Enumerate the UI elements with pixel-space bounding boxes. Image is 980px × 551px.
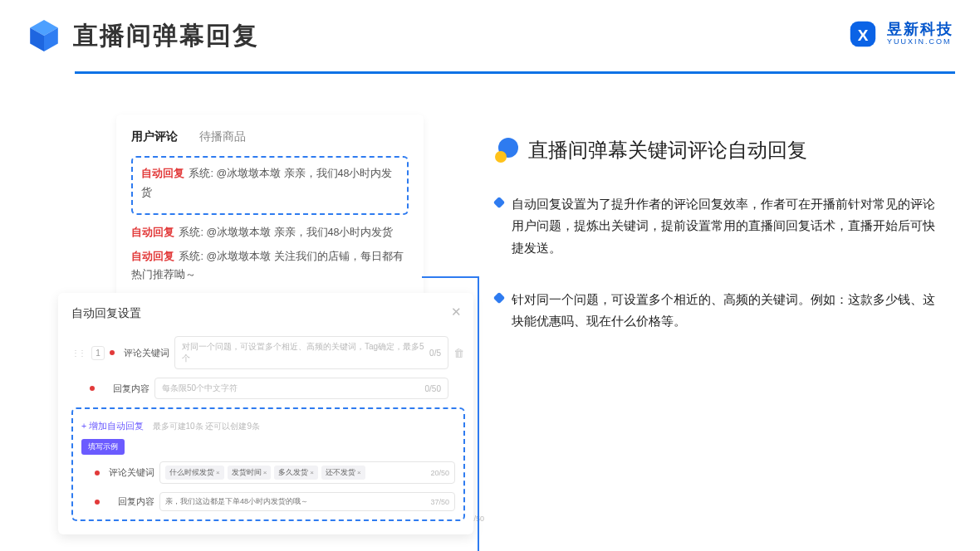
content-input[interactable]: 每条限50个中文字符 0/50 (154, 378, 448, 399)
brand-icon: X (847, 18, 879, 50)
bubble-icon (495, 138, 520, 163)
keyword-input[interactable]: 对同一个问题，可设置多个相近、高频的关键词，Tag确定，最多5个 0/5 (174, 336, 448, 369)
brand-name-cn: 昱新科技 (887, 22, 953, 38)
right-column: 直播间弹幕关键词评论自动回复 自动回复设置为了提升作者的评论回复效率，作者可在开… (495, 137, 940, 362)
ex-keyword-label: 评论关键词 (105, 466, 154, 479)
brand-name-en: YUUXIN.COM (887, 38, 953, 46)
auto-reply-tag: 自动回复 (141, 168, 184, 179)
add-note: 最多可建10条 还可以创建9条 (153, 422, 260, 431)
connector-line (478, 276, 479, 551)
ex-keyword-input[interactable]: 什么时候发货× 发货时间× 多久发货× 还不发货× 20/50 (159, 461, 455, 484)
ex-content-text: 亲，我们这边都是下单48小时内发货的哦～ (165, 496, 308, 507)
content-label: 回复内容 (100, 383, 149, 395)
required-dot-icon (90, 386, 95, 391)
highlighted-comment: 自动回复 系统: @冰墩墩本墩 亲亲，我们48小时内发货 (131, 156, 409, 215)
required-dot-icon (110, 350, 115, 355)
keyword-chip[interactable]: 发货时间× (228, 466, 272, 480)
example-pill: 填写示例 (81, 439, 125, 455)
diamond-icon (493, 197, 505, 208)
diamond-icon (493, 292, 505, 304)
add-auto-reply-link[interactable]: + 增加自动回复 (81, 421, 144, 432)
auto-reply-tag: 自动回复 (131, 227, 174, 238)
keyword-chip[interactable]: 什么时候发货× (165, 466, 224, 480)
tab-pending-goods[interactable]: 待播商品 (199, 129, 246, 144)
settings-card: 自动回复设置 ✕ ⋮⋮ 1 评论关键词 对同一个问题，可设置多个相近、高频的关键… (58, 293, 473, 534)
tab-user-comments[interactable]: 用户评论 (131, 129, 178, 144)
required-dot-icon (95, 500, 100, 505)
ex-content-input[interactable]: 亲，我们这边都是下单48小时内发货的哦～ 37/50 (159, 492, 455, 511)
required-dot-icon (95, 471, 100, 475)
settings-title: 自动回复设置 (71, 306, 465, 321)
trash-icon[interactable]: 🗑 (453, 347, 465, 359)
example-section: + 增加自动回复 最多可建10条 还可以创建9条 填写示例 评论关键词 什么时候… (71, 407, 465, 521)
mockup-group: 用户评论 待播商品 自动回复 系统: @冰墩墩本墩 亲亲，我们48小时内发货 自… (58, 106, 473, 521)
comment-text: 系统: @冰墩墩本墩 亲亲，我们48小时内发货 (179, 227, 393, 238)
header-divider (75, 71, 955, 74)
section-title: 直播间弹幕关键词评论自动回复 (528, 137, 807, 163)
connector-line (422, 276, 479, 278)
svg-text:X: X (858, 27, 869, 44)
ex-content-label: 回复内容 (105, 495, 154, 508)
page-title: 直播间弹幕回复 (73, 19, 259, 53)
char-count: 0/5 (429, 349, 441, 358)
header: 直播间弹幕回复 X 昱新科技 YUUXIN.COM (27, 18, 953, 53)
comments-card: 用户评论 待播商品 自动回复 系统: @冰墩墩本墩 亲亲，我们48小时内发货 自… (116, 115, 424, 310)
close-icon[interactable]: ✕ (451, 305, 462, 319)
auto-reply-tag: 自动回复 (131, 251, 174, 262)
bullet-text: 针对同一个问题，可设置多个相近的、高频的关键词。例如：这款多少钱、这块能优惠吗、… (512, 289, 940, 333)
char-count: 20/50 (430, 469, 449, 477)
bullet-text: 自动回复设置为了提升作者的评论回复效率，作者可在开播前针对常见的评论用户问题，提… (512, 193, 940, 259)
keyword-chip[interactable]: 多久发货× (274, 466, 318, 480)
char-count: 0/50 (425, 384, 441, 393)
drag-icon[interactable]: ⋮⋮ (71, 349, 85, 358)
placeholder-text: 每条限50个中文字符 (162, 383, 238, 394)
placeholder-text: 对同一个问题，可设置多个相近、高频的关键词，Tag确定，最多5个 (182, 341, 429, 364)
row-index: 1 (91, 346, 105, 360)
char-count: 37/50 (430, 498, 449, 506)
keyword-chip[interactable]: 还不发货× (321, 466, 365, 480)
cube-icon (27, 18, 61, 53)
keyword-label: 评论关键词 (120, 347, 169, 359)
